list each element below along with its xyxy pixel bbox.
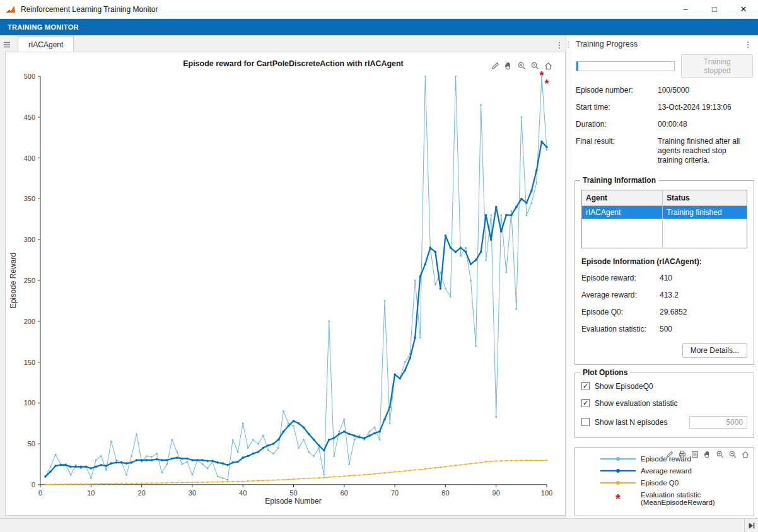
svg-text:150: 150	[24, 359, 35, 366]
table-row[interactable]: rIACAgent Training finished	[582, 206, 747, 219]
legend-asterisk-icon: *	[600, 495, 636, 502]
legend-hover-toolbar	[664, 449, 751, 460]
toolstrip: TRAINING MONITOR	[0, 19, 758, 35]
progress-fill	[576, 62, 578, 71]
legend-item-episode-q0[interactable]: Episode Q0	[579, 479, 750, 487]
matlab-logo-icon	[6, 4, 16, 14]
field-episode-number: Episode number: 100/5000	[576, 86, 753, 95]
svg-text:500: 500	[24, 72, 35, 80]
panel-title: Training Progress	[576, 40, 638, 49]
training-progress-panel: Training Progress ⋮ Training stopped Epi…	[571, 35, 758, 518]
field-start-time: Start time: 13-Oct-2024 19:13:06	[576, 103, 753, 112]
plot-options-group: Plot Options Show EpisodeQ0 Show evaluat…	[574, 373, 754, 438]
close-button[interactable]: ✕	[729, 0, 758, 18]
tab-rlacagent[interactable]: rIACAgent	[18, 37, 74, 52]
panel-actions-icon[interactable]: ⋮	[742, 37, 754, 51]
pan-icon[interactable]	[503, 60, 514, 71]
svg-text:10: 10	[87, 489, 95, 497]
svg-text:100: 100	[541, 489, 552, 497]
field-evaluation-statistic: Evaluation statistic: 500	[581, 325, 747, 334]
home-icon[interactable]	[740, 449, 751, 460]
window-title: Reinforcement Learning Training Monitor	[21, 5, 158, 14]
svg-text:20: 20	[137, 489, 145, 497]
chart-legend: Episode reward Average reward Episode Q0…	[574, 447, 754, 516]
training-information-group: Training Information Agent Status rIACAg…	[574, 180, 754, 365]
field-final-result: Final result: Training finished after al…	[576, 137, 753, 165]
y-axis-label: Episode Reward	[9, 253, 18, 308]
group-title: Training Information	[580, 176, 658, 185]
svg-text:30: 30	[189, 489, 196, 497]
legend-line-average-reward-icon	[600, 468, 636, 473]
agent-status-table[interactable]: Agent Status rIACAgent Training finished	[581, 190, 747, 248]
checkbox-show-episodeq0[interactable]: Show EpisodeQ0	[581, 382, 747, 391]
checkbox-icon	[581, 382, 590, 390]
layout-icon[interactable]	[689, 449, 701, 460]
svg-text:100: 100	[24, 399, 35, 407]
svg-text:450: 450	[24, 113, 35, 121]
svg-text:0: 0	[38, 489, 42, 497]
expand-right-icon[interactable]	[744, 519, 758, 532]
training-progress-bar	[576, 61, 675, 71]
checkbox-show-evaluation-statistic[interactable]: Show evaluation statistic	[581, 399, 747, 408]
svg-text:*: *	[539, 69, 544, 82]
checkbox-show-last-n-episodes[interactable]: Show last N episodes	[581, 416, 747, 429]
chart-panel[interactable]: Episode reward for CartPoleDiscreteActio…	[5, 52, 566, 516]
group-title: Plot Options	[580, 368, 630, 377]
svg-text:*: *	[544, 78, 549, 90]
field-duration: Duration: 00:00:48	[576, 120, 753, 129]
toolstrip-tab-training-monitor[interactable]: TRAINING MONITOR	[0, 23, 86, 31]
svg-text:350: 350	[24, 195, 35, 202]
checkbox-icon	[581, 418, 590, 426]
chart-title: Episode reward for CartPoleDiscreteActio…	[183, 59, 404, 68]
column-header-status[interactable]: Status	[663, 190, 747, 206]
zoom-in-icon[interactable]	[714, 449, 726, 460]
more-details-button[interactable]: More Details...	[682, 343, 747, 358]
home-icon[interactable]	[542, 60, 554, 71]
table-empty-area	[582, 219, 747, 248]
field-episode-reward: Episode reward: 410	[581, 274, 747, 283]
episode-reward-chart[interactable]: Episode reward for CartPoleDiscreteActio…	[6, 52, 565, 515]
minimize-button[interactable]: –	[671, 0, 700, 18]
zoom-in-icon[interactable]	[516, 60, 527, 71]
svg-text:90: 90	[493, 489, 500, 497]
svg-text:50: 50	[28, 440, 35, 448]
legend-line-episode-q0-icon	[600, 480, 636, 485]
maximize-button[interactable]: □	[700, 0, 729, 18]
legend-item-evaluation-statistic[interactable]: * Evaluation statistic (MeanEpisodeRewar…	[579, 491, 750, 506]
svg-text:400: 400	[24, 154, 35, 162]
print-icon[interactable]	[677, 449, 688, 460]
document-area: rIACAgent ⋮ Episode reward for CartPoleD…	[0, 35, 566, 518]
last-n-episodes-input[interactable]	[689, 416, 747, 429]
svg-text:300: 300	[24, 236, 35, 243]
panel-splitter[interactable]: ⋮	[566, 35, 571, 518]
document-bar-menu-icon[interactable]	[1, 38, 13, 52]
pan-icon[interactable]	[702, 449, 713, 460]
column-header-agent[interactable]: Agent	[582, 190, 663, 206]
training-stopped-button[interactable]: Training stopped	[681, 54, 753, 78]
svg-text:60: 60	[341, 489, 348, 497]
tab-actions-icon[interactable]: ⋮	[553, 38, 566, 52]
field-average-reward: Average reward: 413.2	[581, 291, 747, 300]
summary-fields: Episode number: 100/5000 Start time: 13-…	[571, 78, 758, 173]
x-axis-label: Episode Number	[265, 497, 321, 506]
titlebar: Reinforcement Learning Training Monitor …	[0, 0, 758, 19]
svg-text:80: 80	[441, 489, 449, 497]
tab-label: rIACAgent	[28, 40, 63, 49]
window-controls: – □ ✕	[671, 0, 758, 18]
checkbox-icon	[581, 399, 590, 407]
legend-line-episode-reward-icon	[600, 456, 636, 461]
progress-row: Training stopped	[571, 53, 758, 78]
legend-item-average-reward[interactable]: Average reward	[579, 467, 750, 475]
zoom-out-icon[interactable]	[727, 449, 738, 460]
svg-text:250: 250	[24, 277, 35, 284]
brush-icon[interactable]	[489, 60, 501, 71]
episode-info-title: Episode Information (rIACAgent):	[581, 257, 747, 266]
svg-text:200: 200	[24, 318, 35, 325]
svg-text:0: 0	[32, 481, 35, 489]
brush-icon[interactable]	[664, 449, 675, 460]
zoom-out-icon[interactable]	[529, 60, 540, 71]
main-content: rIACAgent ⋮ Episode reward for CartPoleD…	[0, 35, 758, 518]
svg-text:40: 40	[239, 489, 247, 497]
svg-text:50: 50	[289, 489, 297, 497]
bottom-scrollbar[interactable]	[0, 518, 758, 532]
